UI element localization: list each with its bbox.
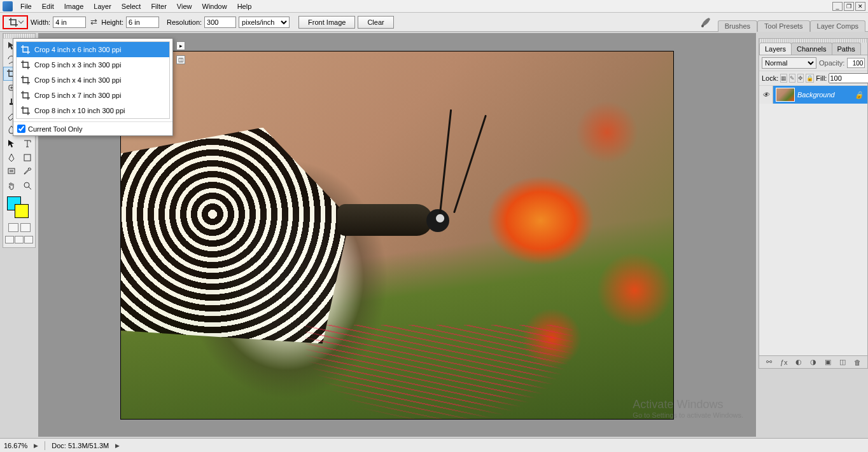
width-label: Width: (31, 18, 50, 26)
resolution-label: Resolution: (167, 18, 202, 26)
lock-move-icon[interactable]: ✥ (797, 74, 804, 83)
menubar: File Edit Image Layer Select Filter View… (0, 0, 868, 13)
lock-transparency-icon[interactable]: ▦ (780, 74, 787, 83)
lock-label: Lock: (762, 74, 778, 82)
palette-tab-brushes[interactable]: Brushes (718, 20, 757, 32)
tool-shape[interactable] (19, 151, 35, 165)
preset-item-label: Crop 8 inch x 10 inch 300 ppi (34, 107, 125, 114)
preset-item-label: Crop 5 inch x 7 inch 300 ppi (34, 92, 121, 99)
background-color[interactable] (15, 204, 29, 218)
adjustment-layer-icon[interactable]: ◑ (808, 358, 818, 367)
link-layers-icon[interactable]: ⚯ (764, 358, 774, 367)
tool-hand[interactable] (3, 179, 19, 193)
layer-group-icon[interactable]: ▣ (823, 358, 833, 367)
preset-item[interactable]: Crop 4 inch x 6 inch 300 ppi (17, 42, 169, 57)
menu-help[interactable]: Help (232, 1, 257, 11)
tool-zoom[interactable] (19, 179, 35, 193)
layer-visibility-icon[interactable]: 👁 (759, 86, 773, 104)
window-close-button[interactable]: ✕ (855, 2, 865, 11)
resolution-input[interactable] (204, 17, 236, 28)
layers-panel-footer: ⚯ ƒx ◐ ◑ ▣ ◫ 🗑 (759, 355, 867, 368)
brush-engine-icon[interactable] (699, 15, 714, 30)
menu-select[interactable]: Select (116, 1, 146, 11)
tool-path-select[interactable] (3, 137, 19, 151)
blend-mode-select[interactable]: Normal (762, 57, 816, 69)
status-bar: 16.67% ▶ Doc: 51.3M/51.3M ▶ (0, 438, 868, 452)
tab-channels[interactable]: Channels (791, 43, 832, 55)
swap-dimensions-button[interactable]: ⇄ (88, 17, 99, 27)
screen-mode-full-menus[interactable] (15, 236, 24, 243)
screen-mode-standard[interactable] (5, 236, 14, 243)
palette-well: Brushes Tool Presets Layer Comps (699, 15, 865, 30)
preset-item-label: Crop 4 inch x 6 inch 300 ppi (34, 46, 121, 53)
tool-eyedropper[interactable] (19, 165, 35, 179)
layer-style-icon[interactable]: ƒx (779, 358, 789, 367)
tool-preset-picker[interactable] (3, 15, 28, 29)
tool-notes[interactable] (3, 165, 19, 179)
palette-tab-tool-presets[interactable]: Tool Presets (757, 20, 810, 32)
resolution-unit-select[interactable]: pixels/inch (239, 17, 290, 28)
opacity-label: Opacity: (819, 59, 844, 67)
tool-type[interactable] (19, 137, 35, 151)
layer-thumbnail[interactable] (776, 88, 795, 102)
preset-list: Crop 4 inch x 6 inch 300 ppi Crop 5 inch… (16, 41, 170, 119)
layer-row[interactable]: 👁 Background 🔒 (759, 86, 867, 104)
tab-layers[interactable]: Layers (759, 43, 792, 55)
chevron-down-icon (18, 18, 23, 24)
fill-label: Fill: (816, 74, 827, 82)
preset-flyout-button[interactable]: ▸ (176, 41, 185, 50)
color-well[interactable] (3, 193, 35, 221)
zoom-readout[interactable]: 16.67% (4, 442, 27, 449)
preset-item[interactable]: Crop 5 inch x 3 inch 300 ppi (17, 57, 169, 72)
layer-mask-icon[interactable]: ◐ (794, 358, 804, 367)
preset-new-button[interactable]: ◫ (176, 55, 185, 64)
menu-image[interactable]: Image (59, 1, 89, 11)
crop-icon (20, 60, 31, 70)
preset-item[interactable]: Crop 5 inch x 4 inch 300 ppi (17, 72, 169, 88)
standard-mode-button[interactable] (8, 223, 18, 232)
menu-filter[interactable]: Filter (146, 1, 171, 11)
height-input[interactable] (126, 17, 159, 28)
quickmask-mode-button[interactable] (20, 223, 31, 232)
front-image-button[interactable]: Front Image (298, 16, 355, 29)
image-content (337, 204, 433, 236)
height-label: Height: (101, 18, 123, 26)
new-layer-icon[interactable]: ◫ (837, 358, 848, 367)
opacity-input[interactable] (847, 58, 865, 68)
doc-info-arrow-icon[interactable]: ▶ (115, 442, 120, 449)
preset-item[interactable]: Crop 5 inch x 7 inch 300 ppi (17, 88, 169, 103)
doc-info-readout[interactable]: Doc: 51.3M/51.3M (52, 442, 109, 449)
tool-pen[interactable] (3, 151, 19, 165)
tab-paths[interactable]: Paths (832, 43, 861, 55)
window-minimize-button[interactable]: _ (832, 2, 843, 11)
document-canvas[interactable] (120, 51, 674, 420)
window-restore-button[interactable]: ❐ (844, 2, 854, 11)
zoom-arrow-icon[interactable]: ▶ (34, 442, 38, 449)
screen-mode-full[interactable] (24, 236, 33, 243)
fill-input[interactable] (829, 73, 868, 83)
lock-paint-icon[interactable]: ✎ (789, 74, 795, 83)
layer-list: 👁 Background 🔒 (759, 86, 867, 355)
layer-name[interactable]: Background (797, 91, 835, 99)
menu-window[interactable]: Window (197, 1, 232, 11)
palette-tab-layer-comps[interactable]: Layer Comps (810, 20, 865, 32)
menu-layer[interactable]: Layer (88, 1, 116, 11)
image-content (426, 209, 449, 232)
svg-rect-5 (24, 154, 31, 161)
layer-lock-icon: 🔒 (855, 91, 864, 99)
menu-file[interactable]: File (15, 1, 37, 11)
preset-item[interactable]: Crop 8 inch x 10 inch 300 ppi (17, 103, 169, 118)
tool-preset-popup: Crop 4 inch x 6 inch 300 ppi Crop 5 inch… (13, 38, 173, 136)
menu-view[interactable]: View (172, 1, 197, 11)
delete-layer-icon[interactable]: 🗑 (852, 358, 862, 367)
lock-all-icon[interactable]: 🔒 (806, 74, 814, 83)
svg-point-7 (24, 182, 29, 188)
clear-button[interactable]: Clear (358, 16, 393, 29)
current-tool-only-label: Current Tool Only (28, 125, 82, 133)
width-input[interactable] (53, 17, 86, 28)
menu-edit[interactable]: Edit (37, 1, 59, 11)
preset-footer: Current Tool Only (13, 121, 172, 135)
crop-icon (20, 75, 31, 85)
quickmask-toggle (3, 221, 35, 235)
current-tool-only-checkbox[interactable] (17, 125, 25, 133)
